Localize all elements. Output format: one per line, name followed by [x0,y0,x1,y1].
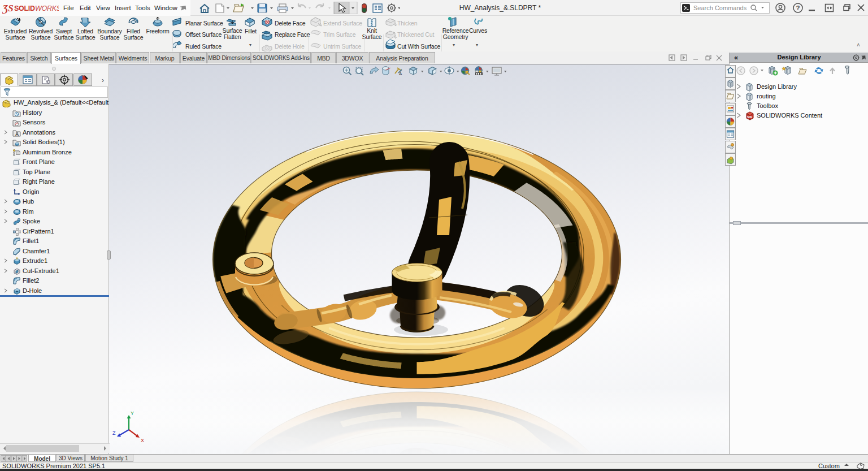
svg-text:Search Commands: Search Commands [693,5,747,11]
svg-text:?: ? [796,5,800,11]
svg-text:ƷS: ƷS [2,3,14,14]
svg-text:SOLID: SOLID [14,5,35,12]
svg-text:Y: Y [131,410,134,416]
svg-text:X: X [141,438,144,443]
svg-text:WORKS: WORKS [35,5,59,12]
svg-text:A: A [15,131,19,137]
svg-text:SW: SW [747,115,753,119]
svg-text:A: A [399,71,402,76]
svg-text:Z: Z [112,430,116,436]
